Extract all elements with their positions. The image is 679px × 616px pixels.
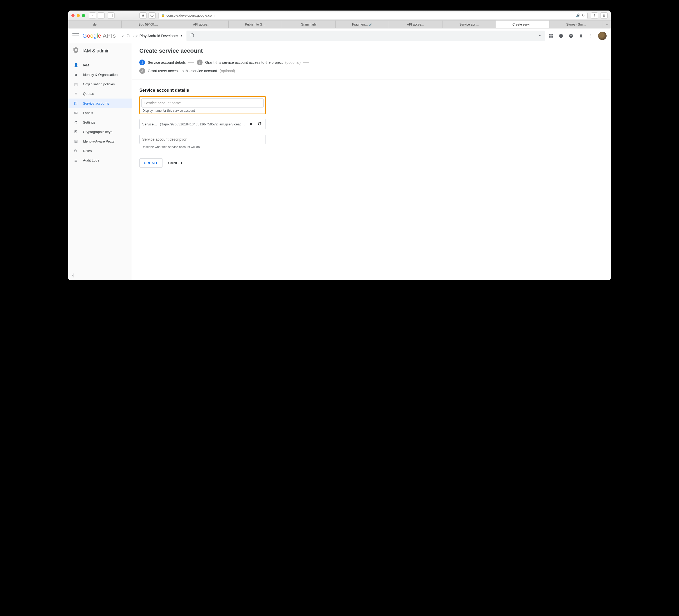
page-title: Create service account [139, 48, 604, 54]
forward-button[interactable]: › [97, 12, 104, 19]
nav-list: 👤IAM☻Identity & Organisation▤Organisatio… [68, 59, 132, 270]
logs-icon: ≣ [73, 158, 78, 162]
name-helper: Display name for this service account [141, 109, 264, 113]
shield-key-icon: ⛨ [73, 130, 78, 134]
sidebar-item-cryptographic-keys[interactable]: ⛨Cryptographic keys [68, 127, 132, 136]
sidebar-item-roles[interactable]: ⛑Roles [68, 146, 132, 155]
browser-tab[interactable]: de [68, 21, 122, 28]
share-icon[interactable]: ⤴ [591, 12, 598, 19]
user-avatar[interactable] [598, 32, 607, 40]
tab-title: Service acc… [459, 23, 479, 26]
step-3: 3 Grant users access to this service acc… [139, 68, 235, 74]
step-2: 2 Grant this service account access to t… [197, 60, 309, 65]
tab-title: Stores · Sm… [566, 23, 586, 26]
tag-icon: 🏷 [73, 111, 78, 115]
browser-tab[interactable]: Create servi… [496, 21, 549, 28]
browser-tab[interactable]: API acces… [175, 21, 229, 28]
minimize-window[interactable] [77, 14, 80, 17]
browser-tab[interactable]: API acces… [389, 21, 443, 28]
titlebar-right: ⤴ ⧉ [591, 12, 608, 19]
sidebar-item-label: Settings [83, 120, 95, 124]
stepper-row2: 3 Grant users access to this service acc… [139, 68, 604, 74]
reader-audio-icon[interactable]: 🔊 [576, 13, 580, 18]
tab-title: Grammarly [301, 23, 316, 26]
search-bar[interactable]: ▼ [187, 31, 545, 41]
collapse-sidebar[interactable]: ‹| [68, 270, 132, 280]
step-3-label: Grant users access to this service accou… [148, 69, 217, 73]
svg-line-3 [193, 36, 194, 37]
new-tab-button[interactable]: + [603, 21, 611, 28]
sidebar-item-labels[interactable]: 🏷Labels [68, 108, 132, 118]
sidebar-item-iam[interactable]: 👤IAM [68, 60, 132, 70]
sidebar: IAM & admin 👤IAM☻Identity & Organisation… [68, 43, 132, 280]
google-apis-logo[interactable]: Google APIs [83, 32, 116, 39]
svg-point-12 [75, 49, 77, 51]
quota-icon: ⧈ [73, 91, 78, 96]
browser-tab[interactable]: Bug 59400:… [122, 21, 175, 28]
maximize-window[interactable] [82, 14, 85, 17]
user-circle-icon: ☻ [73, 72, 78, 77]
svg-rect-7 [552, 36, 553, 37]
hamburger-menu[interactable] [72, 33, 79, 38]
header-icons: ! ? ⋮ [549, 32, 607, 40]
service-account-description-input[interactable] [139, 135, 266, 144]
close-window[interactable] [71, 14, 74, 17]
tabs-overview-icon[interactable]: ⧉ [600, 12, 608, 19]
name-highlight: Display name for this service account [139, 96, 266, 114]
browser-tab[interactable]: Grammarly [282, 21, 335, 28]
sidebar-item-service-accounts[interactable]: ⚿Service accounts [68, 98, 132, 108]
svg-text:!: ! [560, 34, 561, 37]
iap-icon: ▦ [73, 139, 78, 143]
reload-icon[interactable]: ↻ [582, 13, 585, 18]
gift-icon[interactable] [549, 33, 553, 38]
search-input[interactable] [198, 33, 536, 38]
browser-tab[interactable]: Fragmen…🔊 [335, 21, 389, 28]
sidebar-item-quotas[interactable]: ⧈Quotas [68, 89, 132, 98]
sidebar-item-organisation-policies[interactable]: ▤Organisation policies [68, 79, 132, 89]
sidebar-item-identity-aware-proxy[interactable]: ▦Identity-Aware Proxy [68, 136, 132, 146]
browser-tab[interactable]: Stores · Sm… [549, 21, 603, 28]
project-selector[interactable]: ⁘ Google Play Android Developer ▼ [121, 34, 183, 38]
svg-point-2 [191, 33, 193, 36]
sidebar-item-label: Roles [83, 149, 92, 153]
tab-title: API acces… [407, 23, 424, 26]
ext-grammarly-icon[interactable]: ◉ [139, 12, 147, 19]
hat-icon: ⛑ [73, 149, 78, 153]
create-button[interactable]: CREATE [139, 158, 163, 167]
nav-buttons: ‹ › [89, 12, 104, 19]
cancel-button[interactable]: CANCEL [168, 161, 183, 165]
sidebar-item-settings[interactable]: ⚙Settings [68, 118, 132, 127]
stepper: 1 Service account details 2 Grant this s… [139, 60, 604, 65]
tab-title: Publish to G… [245, 23, 265, 26]
back-button[interactable]: ‹ [89, 12, 96, 19]
browser-tab[interactable]: Publish to G… [229, 21, 282, 28]
ext-info-icon[interactable]: ⓘ [148, 12, 156, 19]
service-icon: ⚿ [73, 101, 78, 105]
sidebar-item-identity-organisation[interactable]: ☻Identity & Organisation [68, 70, 132, 79]
regenerate-id-icon[interactable] [257, 121, 263, 127]
sidebar-item-label: IAM [83, 63, 89, 67]
sidebar-header: IAM & admin [68, 43, 132, 59]
sidebar-toggle[interactable] [107, 12, 115, 19]
clear-id-icon[interactable]: ✕ [248, 121, 254, 127]
help-icon[interactable]: ? [569, 33, 573, 38]
alert-icon[interactable]: ! [559, 33, 563, 38]
project-name: Google Play Android Developer [126, 34, 178, 38]
service-account-name-input[interactable] [141, 98, 264, 108]
more-vert-icon[interactable]: ⋮ [589, 33, 593, 38]
sidebar-item-label: Labels [83, 111, 93, 115]
notifications-icon[interactable] [579, 33, 583, 38]
address-bar[interactable]: 🔒 console.developers.google.com 🔊 ↻ [158, 12, 588, 19]
sidebar-item-audit-logs[interactable]: ≣Audit Logs [68, 155, 132, 165]
section-title: Service account details [139, 88, 604, 93]
search-dropdown-icon[interactable]: ▼ [539, 34, 541, 37]
step-2-optional: (optional) [285, 60, 300, 65]
sidebar-item-label: Organisation policies [83, 82, 115, 86]
step-1: 1 Service account details [139, 60, 194, 65]
tab-title: Fragmen… [352, 23, 368, 26]
shield-icon [73, 47, 79, 55]
titlebar: ‹ › ◉ ⓘ 🔒 console.developers.google.com … [68, 10, 611, 21]
browser-tab[interactable]: Service acc… [443, 21, 496, 28]
doc-icon: ▤ [73, 82, 78, 86]
audio-icon: 🔊 [369, 23, 372, 26]
